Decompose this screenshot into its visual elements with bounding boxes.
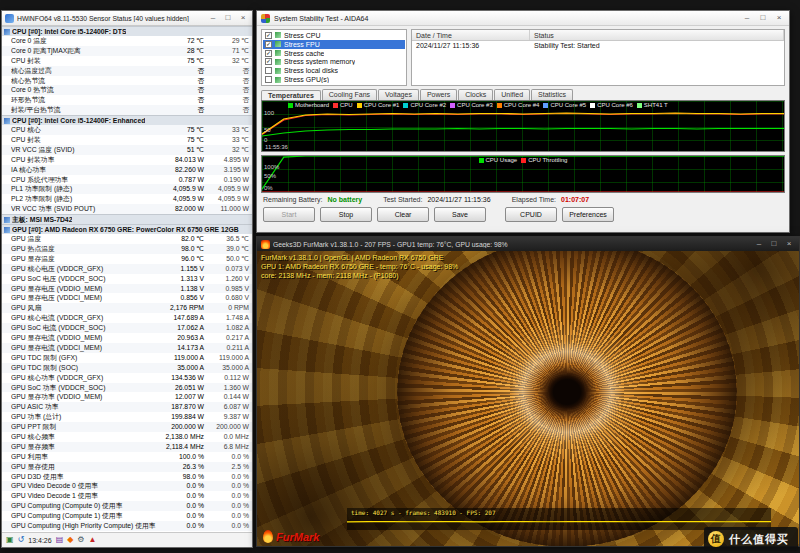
close-icon[interactable]: × <box>773 12 785 24</box>
checkbox[interactable] <box>265 76 272 83</box>
gear-icon[interactable]: ⚙ <box>77 536 84 544</box>
sensor-row[interactable]: VR VCC 温度 (SVID)51 ℃32 ℃ <box>2 145 252 155</box>
sensor-section-header[interactable]: CPU [#0]: Intel Core i5-12400F: Enhanced <box>2 115 252 125</box>
sensor-row[interactable]: PL2 功率限制 (静态)4,095.9 W4,095.9 W <box>2 194 252 204</box>
sensor-row[interactable]: CPU 封装75 ℃32 ℃ <box>2 56 252 66</box>
reset-icon[interactable]: ↺ <box>18 536 25 544</box>
sensor-row[interactable]: IA 核心功率82.260 W3.195 W <box>2 165 252 175</box>
sensor-row[interactable]: GPU 核心电流 (VDDCR_GFX)147.689 A1.748 A <box>2 313 252 323</box>
checkbox[interactable] <box>265 67 272 74</box>
sensor-row[interactable]: CPU 封装功率84.013 W4.895 W <box>2 155 252 165</box>
tab-clocks[interactable]: Clocks <box>458 89 493 100</box>
y-axis-label: 0 <box>264 137 267 143</box>
sensor-row[interactable]: GPU 显存电流 (VDDCI_MEM)14.173 A0.211 A <box>2 343 252 353</box>
preferences-button[interactable]: Preferences <box>562 207 614 222</box>
stop-button[interactable]: Stop <box>320 207 372 222</box>
sensor-row[interactable]: GPU 风扇2,176 RPM0 RPM <box>2 303 252 313</box>
tab-powers[interactable]: Powers <box>420 89 457 100</box>
sensor-row[interactable]: 核心温度过高否否 <box>2 66 252 76</box>
sensor-row[interactable]: CPU 系统代理功率0.787 W0.190 W <box>2 175 252 185</box>
close-icon[interactable]: × <box>237 12 249 24</box>
checkbox[interactable]: ✓ <box>265 50 272 57</box>
minimize-icon[interactable]: – <box>207 12 219 24</box>
sensor-row[interactable]: GPU 热点温度98.0 ℃39.0 ℃ <box>2 244 252 254</box>
sensor-row[interactable]: GPU 显存温度96.0 ℃50.0 ℃ <box>2 254 252 264</box>
sensors-grid-icon[interactable]: ▣ <box>6 536 14 544</box>
layout-icon[interactable]: ▤ <box>56 536 64 544</box>
sensor-row[interactable]: 环形热节流否否 <box>2 95 252 105</box>
log-col-status[interactable]: Status <box>530 30 784 40</box>
sensor-row[interactable]: GPU Computing (Compute 1) 使用率0.0 %0.0 % <box>2 511 252 521</box>
cpuid-button[interactable]: CPUID <box>505 207 557 222</box>
save-button[interactable]: Save <box>434 207 486 222</box>
sensor-row[interactable]: GPU 显存电流 (VDDIO_MEM)20.963 A0.217 A <box>2 333 252 343</box>
hwinfo-titlebar[interactable]: HWiNFO64 v8.11-5530 Sensor Status [40 va… <box>2 11 252 26</box>
stress-option-label: Stress local disks <box>284 67 338 74</box>
log-col-datetime[interactable]: Date / Time <box>412 30 530 40</box>
warning-icon[interactable]: ▲ <box>89 536 97 544</box>
stress-option[interactable]: ✓Stress system memory <box>263 57 405 66</box>
chart-icon[interactable]: ◆ <box>67 536 73 544</box>
maximize-icon[interactable]: □ <box>757 12 769 24</box>
sensor-row[interactable]: PL1 功率限制 (静态)4,095.9 W4,095.9 W <box>2 184 252 194</box>
sensor-value-min: 35.000 A <box>208 363 252 373</box>
checkbox[interactable]: ✓ <box>265 41 272 48</box>
stress-option[interactable]: Stress local disks <box>263 66 405 75</box>
minimize-icon[interactable]: – <box>753 238 765 250</box>
clear-button[interactable]: Clear <box>377 207 429 222</box>
log-status: Stability Test: Started <box>530 41 784 51</box>
tab-statistics[interactable]: Statistics <box>531 89 573 100</box>
sensor-row[interactable]: GPU Video Decode 0 使用率0.0 %0.0 % <box>2 481 252 491</box>
log-row[interactable]: 2024/11/27 11:15:36Stability Test: Start… <box>412 41 784 51</box>
legend-label: CPU <box>340 102 353 108</box>
sensor-row[interactable]: GPU 核心频率2,138.0 MHz0.0 MHz <box>2 432 252 442</box>
sensor-row[interactable]: Core 0 温度72 ℃29 ℃ <box>2 36 252 46</box>
sensor-row[interactable]: GPU SoC 电流 (VDDCR_SOC)17.062 A1.082 A <box>2 323 252 333</box>
stress-option[interactable]: ✓Stress FPU <box>263 40 405 49</box>
maximize-icon[interactable]: □ <box>768 238 780 250</box>
sensor-row[interactable]: GPU Computing (Compute 0) 使用率0.0 %0.0 % <box>2 501 252 511</box>
sensor-row[interactable]: 核心热节流否否 <box>2 76 252 86</box>
sensor-section-header[interactable]: GPU [#0]: AMD Radeon RX 6750 GRE: PowerC… <box>2 224 252 234</box>
sensor-row[interactable]: GPU 温度82.0 ℃36.5 ℃ <box>2 234 252 244</box>
sensor-row[interactable]: GPU 显存使用26.3 %2.5 % <box>2 462 252 472</box>
sensor-row[interactable]: Core 0 距离TjMAX距离28 ℃71 ℃ <box>2 46 252 56</box>
sensor-row[interactable]: GPU TDC 限制 (SOC)35.000 A35.000 A <box>2 363 252 373</box>
sensor-row[interactable]: Core 0 热节流否否 <box>2 85 252 95</box>
tab-voltages[interactable]: Voltages <box>378 89 419 100</box>
sensor-row[interactable]: GPU 核心功率 (VDDCR_GFX)134.536 W0.112 W <box>2 373 252 383</box>
minimize-icon[interactable]: – <box>741 12 753 24</box>
sensor-row[interactable]: GPU 显存频率2,118.4 MHz6.8 MHz <box>2 442 252 452</box>
sensor-row[interactable]: GPU PPT 限制200.000 W200.000 W <box>2 422 252 432</box>
stress-option[interactable]: ✓Stress cache <box>263 49 405 58</box>
sensor-row[interactable]: GPU 核心电压 (VDDCR_GFX)1.155 V0.073 V <box>2 264 252 274</box>
maximize-icon[interactable]: □ <box>222 12 234 24</box>
sensor-row[interactable]: CPU 封装75 ℃33 ℃ <box>2 135 252 145</box>
sensor-section-header[interactable]: CPU [#0]: Intel Core i5-12400F: DTS <box>2 26 252 36</box>
sensor-section-header[interactable]: 主板: MSI MS-7D42 <box>2 214 252 224</box>
sensor-row[interactable]: GPU 显存功率 (VDDIO_MEM)12.007 W0.144 W <box>2 392 252 402</box>
furmark-titlebar[interactable]: Geeks3D FurMark v1.38.1.0 - 207 FPS - GP… <box>257 237 799 251</box>
stress-option[interactable]: ✓Stress CPU <box>263 31 405 40</box>
checkbox[interactable]: ✓ <box>265 32 272 39</box>
sensor-row[interactable]: GPU Video Decode 1 使用率0.0 %0.0 % <box>2 491 252 501</box>
tab-unified[interactable]: Unified <box>494 89 530 100</box>
sensor-row[interactable]: GPU 利用率100.0 %0.0 % <box>2 452 252 462</box>
sensor-row[interactable]: GPU 显存电压 (VDDIO_MEM)1.138 V0.985 V <box>2 284 252 294</box>
sensor-row[interactable]: VR VCC 功率 (SVID POUT)82.000 W11.000 W <box>2 204 252 214</box>
sensor-row[interactable]: CPU 核心75 ℃33 ℃ <box>2 125 252 135</box>
sensor-row[interactable]: GPU SoC 功率 (VDDCR_SOC)26.051 W1.360 W <box>2 383 252 393</box>
aida64-titlebar[interactable]: System Stability Test - AIDA64 – □ × <box>257 11 789 26</box>
sensor-row[interactable]: GPU TDC 限制 (GFX)119.000 A119.000 A <box>2 353 252 363</box>
tab-cooling-fans[interactable]: Cooling Fans <box>322 89 377 100</box>
sensor-row[interactable]: GPU Computing (High Priority Compute) 使用… <box>2 521 252 531</box>
sensor-row[interactable]: GPU 显存电压 (VDDCI_MEM)0.856 V0.680 V <box>2 293 252 303</box>
stress-option[interactable]: Stress GPU(s) <box>263 75 405 84</box>
checkbox[interactable]: ✓ <box>265 58 272 65</box>
sensor-row[interactable]: GPU SoC 电压 (VDDCR_SOC)1.313 V1.260 V <box>2 274 252 284</box>
sensor-row[interactable]: GPU D3D 使用率98.0 %0.0 % <box>2 472 252 482</box>
sensor-row[interactable]: GPU ASIC 功率187.870 W6.087 W <box>2 402 252 412</box>
sensor-row[interactable]: GPU 功率 (总计)199.884 W9.387 W <box>2 412 252 422</box>
sensor-row[interactable]: 封装/平台热节流否否 <box>2 105 252 115</box>
close-icon[interactable]: × <box>783 238 795 250</box>
